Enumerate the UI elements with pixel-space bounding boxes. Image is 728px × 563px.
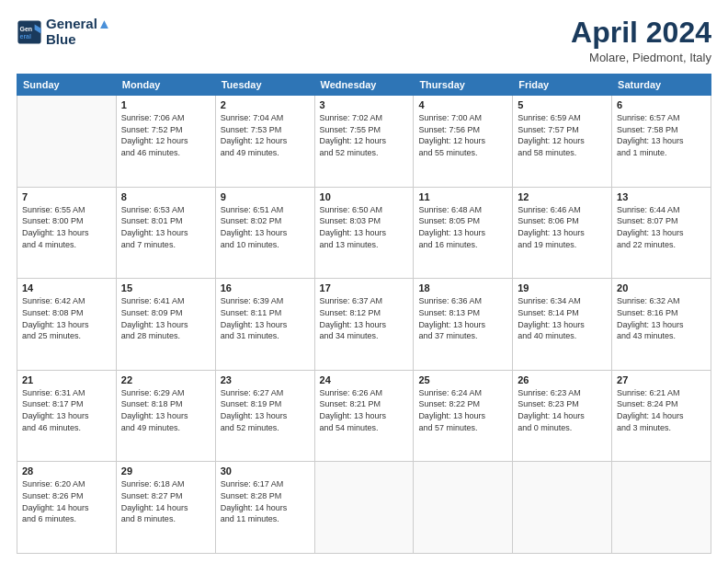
day-info: Sunrise: 6:18 AMSunset: 8:27 PMDaylight:… (121, 478, 210, 524)
header: Gen eral General▲ Blue April 2024 Molare… (17, 17, 711, 64)
col-wednesday: Wednesday (314, 75, 414, 96)
day-info: Sunrise: 6:21 AMSunset: 8:24 PMDaylight:… (617, 387, 706, 433)
calendar-cell: 2Sunrise: 7:04 AMSunset: 7:53 PMDaylight… (215, 96, 314, 188)
day-info: Sunrise: 6:31 AMSunset: 8:17 PMDaylight:… (22, 387, 111, 433)
calendar-cell: 3Sunrise: 7:02 AMSunset: 7:55 PMDaylight… (314, 96, 414, 188)
calendar-cell: 22Sunrise: 6:29 AMSunset: 8:18 PMDayligh… (116, 370, 215, 462)
day-info: Sunrise: 6:41 AMSunset: 8:09 PMDaylight:… (121, 295, 210, 341)
calendar-cell (513, 462, 612, 554)
calendar-cell: 14Sunrise: 6:42 AMSunset: 8:08 PMDayligh… (17, 279, 117, 371)
day-info: Sunrise: 6:53 AMSunset: 8:01 PMDaylight:… (121, 204, 210, 250)
day-number: 3 (320, 99, 409, 110)
calendar-cell: 1Sunrise: 7:06 AMSunset: 7:52 PMDaylight… (116, 96, 215, 188)
calendar-cell (314, 462, 414, 554)
calendar-header-row: Sunday Monday Tuesday Wednesday Thursday… (17, 75, 711, 96)
day-number: 6 (617, 99, 706, 110)
day-info: Sunrise: 6:26 AMSunset: 8:21 PMDaylight:… (320, 387, 409, 433)
day-number: 21 (22, 374, 111, 385)
logo-line2: Blue (46, 32, 111, 48)
day-number: 12 (518, 191, 607, 202)
day-number: 22 (121, 374, 210, 385)
calendar-cell: 13Sunrise: 6:44 AMSunset: 8:07 PMDayligh… (612, 187, 711, 279)
calendar-cell: 26Sunrise: 6:23 AMSunset: 8:23 PMDayligh… (513, 370, 612, 462)
day-info: Sunrise: 6:59 AMSunset: 7:57 PMDaylight:… (518, 112, 607, 158)
day-number: 18 (418, 282, 507, 293)
calendar-cell: 30Sunrise: 6:17 AMSunset: 8:28 PMDayligh… (215, 462, 314, 554)
logo-icon: Gen eral (17, 19, 42, 45)
day-number: 5 (518, 99, 607, 110)
calendar-cell: 24Sunrise: 6:26 AMSunset: 8:21 PMDayligh… (314, 370, 414, 462)
month-title: April 2024 (571, 17, 711, 49)
calendar-cell: 11Sunrise: 6:48 AMSunset: 8:05 PMDayligh… (414, 187, 513, 279)
day-info: Sunrise: 6:27 AMSunset: 8:19 PMDaylight:… (221, 387, 310, 433)
day-info: Sunrise: 6:51 AMSunset: 8:02 PMDaylight:… (221, 204, 310, 250)
day-info: Sunrise: 6:37 AMSunset: 8:12 PMDaylight:… (320, 295, 409, 341)
calendar-cell: 5Sunrise: 6:59 AMSunset: 7:57 PMDaylight… (513, 96, 612, 188)
day-info: Sunrise: 6:24 AMSunset: 8:22 PMDaylight:… (418, 387, 507, 433)
calendar-cell: 9Sunrise: 6:51 AMSunset: 8:02 PMDaylight… (215, 187, 314, 279)
day-info: Sunrise: 7:06 AMSunset: 7:52 PMDaylight:… (121, 112, 210, 158)
day-number: 14 (22, 282, 111, 293)
day-info: Sunrise: 7:00 AMSunset: 7:56 PMDaylight:… (418, 112, 507, 158)
day-info: Sunrise: 6:29 AMSunset: 8:18 PMDaylight:… (121, 387, 210, 433)
page: Gen eral General▲ Blue April 2024 Molare… (0, 0, 728, 563)
svg-rect-0 (17, 20, 40, 43)
calendar-cell: 10Sunrise: 6:50 AMSunset: 8:03 PMDayligh… (314, 187, 414, 279)
day-info: Sunrise: 7:04 AMSunset: 7:53 PMDaylight:… (221, 112, 310, 158)
day-number: 16 (221, 282, 310, 293)
day-number: 8 (121, 191, 210, 202)
day-number: 4 (418, 99, 507, 110)
calendar-cell: 16Sunrise: 6:39 AMSunset: 8:11 PMDayligh… (215, 279, 314, 371)
day-info: Sunrise: 6:46 AMSunset: 8:06 PMDaylight:… (518, 204, 607, 250)
day-number: 25 (418, 374, 507, 385)
logo-line1: General▲ (46, 17, 111, 32)
logo: Gen eral General▲ Blue (17, 17, 111, 47)
calendar-cell: 12Sunrise: 6:46 AMSunset: 8:06 PMDayligh… (513, 187, 612, 279)
calendar-cell: 17Sunrise: 6:37 AMSunset: 8:12 PMDayligh… (314, 279, 414, 371)
day-number: 10 (320, 191, 409, 202)
day-number: 7 (22, 191, 111, 202)
day-number: 20 (617, 282, 706, 293)
calendar-cell: 15Sunrise: 6:41 AMSunset: 8:09 PMDayligh… (116, 279, 215, 371)
calendar-cell: 23Sunrise: 6:27 AMSunset: 8:19 PMDayligh… (215, 370, 314, 462)
col-saturday: Saturday (612, 75, 711, 96)
calendar-cell: 8Sunrise: 6:53 AMSunset: 8:01 PMDaylight… (116, 187, 215, 279)
day-info: Sunrise: 6:42 AMSunset: 8:08 PMDaylight:… (22, 295, 111, 341)
title-block: April 2024 Molare, Piedmont, Italy (571, 17, 711, 64)
day-number: 13 (617, 191, 706, 202)
day-number: 27 (617, 374, 706, 385)
day-info: Sunrise: 6:44 AMSunset: 8:07 PMDaylight:… (617, 204, 706, 250)
calendar-table: Sunday Monday Tuesday Wednesday Thursday… (17, 74, 711, 554)
calendar-cell: 18Sunrise: 6:36 AMSunset: 8:13 PMDayligh… (414, 279, 513, 371)
col-thursday: Thursday (414, 75, 513, 96)
day-number: 19 (518, 282, 607, 293)
calendar-week-row: 28Sunrise: 6:20 AMSunset: 8:26 PMDayligh… (17, 462, 711, 554)
calendar-week-row: 21Sunrise: 6:31 AMSunset: 8:17 PMDayligh… (17, 370, 711, 462)
col-friday: Friday (513, 75, 612, 96)
svg-text:Gen: Gen (20, 25, 33, 31)
day-info: Sunrise: 6:48 AMSunset: 8:05 PMDaylight:… (418, 204, 507, 250)
calendar-cell: 19Sunrise: 6:34 AMSunset: 8:14 PMDayligh… (513, 279, 612, 371)
calendar-week-row: 1Sunrise: 7:06 AMSunset: 7:52 PMDaylight… (17, 96, 711, 188)
day-info: Sunrise: 6:34 AMSunset: 8:14 PMDaylight:… (518, 295, 607, 341)
col-monday: Monday (116, 75, 215, 96)
day-number: 29 (121, 465, 210, 477)
col-tuesday: Tuesday (215, 75, 314, 96)
day-number: 24 (320, 374, 409, 385)
col-sunday: Sunday (17, 75, 117, 96)
day-info: Sunrise: 6:55 AMSunset: 8:00 PMDaylight:… (22, 204, 111, 250)
day-number: 9 (221, 191, 310, 202)
day-info: Sunrise: 6:39 AMSunset: 8:11 PMDaylight:… (221, 295, 310, 341)
calendar-cell: 21Sunrise: 6:31 AMSunset: 8:17 PMDayligh… (17, 370, 117, 462)
day-info: Sunrise: 6:36 AMSunset: 8:13 PMDaylight:… (418, 295, 507, 341)
day-info: Sunrise: 6:17 AMSunset: 8:28 PMDaylight:… (221, 478, 310, 524)
day-number: 30 (221, 465, 310, 477)
calendar-cell (612, 462, 711, 554)
day-number: 2 (221, 99, 310, 110)
calendar-cell (17, 96, 117, 188)
calendar-cell: 4Sunrise: 7:00 AMSunset: 7:56 PMDaylight… (414, 96, 513, 188)
calendar-cell: 7Sunrise: 6:55 AMSunset: 8:00 PMDaylight… (17, 187, 117, 279)
calendar-cell: 6Sunrise: 6:57 AMSunset: 7:58 PMDaylight… (612, 96, 711, 188)
logo-text: General▲ Blue (46, 17, 111, 47)
calendar-cell: 20Sunrise: 6:32 AMSunset: 8:16 PMDayligh… (612, 279, 711, 371)
